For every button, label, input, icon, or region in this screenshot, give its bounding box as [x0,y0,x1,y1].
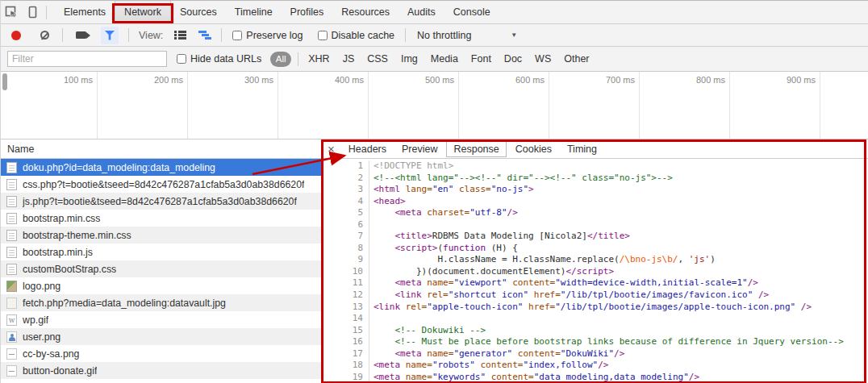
code-token: > [528,184,534,194]
filter-type-ws[interactable]: WS [535,53,551,65]
request-row[interactable]: doku.php?id=data_modeling:data_modeling [1,159,322,176]
code-token: <!DOCTYPE html> [373,160,453,171]
request-row[interactable]: css.php?t=bootie&tseed=8d42c476287a1cfab… [1,176,322,193]
detail-tab-cookies[interactable]: Cookies [509,142,558,156]
code-token: name= [400,372,432,382]
ruler-tick-label: 500 ms [398,75,454,85]
hide-data-urls-label: Hide data URLs [190,53,261,65]
request-row[interactable]: customBootStrap.css [1,260,322,277]
tab-timeline[interactable]: Timeline [226,1,282,23]
code-token: charset= [422,207,470,218]
throttling-dropdown[interactable]: No throttling ▼ [417,30,520,41]
request-row[interactable]: bootstrap.min.css [1,210,322,227]
request-row[interactable]: wp.gif [1,311,322,328]
code-token: rel= [400,302,427,312]
request-row[interactable]: bootstrap-theme.min.css [1,227,322,244]
disable-cache-input[interactable] [318,31,328,40]
device-toolbar-icon[interactable] [22,2,43,23]
waterfall-view-icon[interactable] [198,31,211,40]
list-view-icon[interactable] [174,31,186,40]
filter-input[interactable] [7,51,167,67]
line-number: 15 [323,325,363,337]
request-row[interactable]: js.php?t=bootie&tseed=8d42c476287a1cfab5… [1,193,322,210]
line-number: 13 [323,302,363,314]
filter-toggle-button[interactable] [101,27,119,44]
tab-sources[interactable]: Sources [171,1,226,23]
line-number: 17 [323,348,363,360]
filter-type-js[interactable]: JS [343,53,355,65]
code-token: lang= [400,184,432,194]
line-number: 2 [323,173,363,185]
img-logo-icon [6,281,17,292]
request-row[interactable]: bootstrap.min.js [1,244,322,260]
code-token: , [678,254,689,264]
response-source-code[interactable]: <!DOCTYPE html><!--<html lang="--><!--" … [369,160,868,383]
request-row[interactable]: cc-by-sa.png [1,345,322,362]
request-row[interactable]: user.png [1,328,322,345]
code-line: <link rel="apple-touch-icon" href="/lib/… [373,302,868,314]
detail-tab-preview[interactable]: Preview [395,142,444,156]
hide-data-urls-input[interactable] [177,54,186,64]
name-column-header[interactable]: Name [1,139,322,159]
filter-all-button[interactable]: All [270,52,291,67]
code-token: H.className = H.className.replace( [373,254,620,264]
detail-tab-headers[interactable]: Headers [342,142,393,156]
preserve-log-input[interactable] [232,31,242,40]
tab-profiles[interactable]: Profiles [282,1,333,23]
code-token: "shortcut icon" [449,289,528,300]
tab-elements[interactable]: Elements [55,1,115,23]
inspect-element-icon[interactable] [1,2,22,23]
request-name: fetch.php?media=data_modeling:datavault.… [23,298,226,309]
request-row[interactable]: button-donate.gif [1,362,322,379]
response-viewer: 1234567891011121314151617181920 <!DOCTYP… [323,159,868,383]
close-icon[interactable]: × [328,143,335,155]
code-token: <!-- Must be place before bootstrap link… [395,336,844,347]
code-line: })(document.documentElement)</script> [373,266,868,278]
filter-type-font[interactable]: Font [471,53,491,65]
request-name: bootstrap-theme.min.css [23,230,131,241]
tab-resources[interactable]: Resources [332,1,399,23]
request-name: js.php?t=bootie&tseed=8d42c476287a1cfab5… [23,196,297,207]
hide-data-urls-checkbox[interactable]: Hide data URLs [177,53,261,65]
code-token: "generator" [453,348,512,359]
filter-type-media[interactable]: Media [431,53,458,65]
code-token: <meta [395,348,422,359]
filter-type-img[interactable]: Img [401,53,418,65]
line-number: 9 [323,254,363,266]
filter-type-doc[interactable]: Doc [504,53,522,65]
tab-console[interactable]: Console [444,1,499,23]
code-token: "index,follow" [523,360,598,370]
filter-type-other[interactable]: Other [564,53,589,65]
timeline-overview[interactable]: 100 ms200 ms300 ms400 ms500 ms600 ms700 … [1,72,868,139]
code-token: <!--<html lang="--><!--" dir="--><!--" c… [373,173,673,183]
doc-icon [6,247,17,258]
tab-network[interactable]: Network [115,1,171,23]
doc-icon [6,264,17,275]
disable-cache-checkbox[interactable]: Disable cache [318,30,395,41]
request-name: wp.gif [23,314,48,326]
request-row[interactable]: logo.png [1,277,322,294]
preserve-log-checkbox[interactable]: Preserve log [232,30,303,41]
screencast-icon[interactable] [76,31,86,39]
record-icon[interactable] [11,31,21,40]
tab-audits[interactable]: Audits [399,1,444,23]
line-number-gutter: 1234567891011121314151617181920 [323,160,369,383]
request-name: user.png [23,331,61,343]
ruler-tick-label: 400 ms [307,75,364,85]
request-list-pane: Name doku.php?id=data_modeling:data_mode… [1,139,322,383]
code-token: class= [453,184,490,194]
dash-icon [6,348,17,360]
ruler-gridline [549,72,549,139]
detail-tab-timing[interactable]: Timing [561,142,603,156]
code-line: <head> [373,196,868,208]
detail-tab-response[interactable]: Response [446,141,506,157]
filter-type-css[interactable]: CSS [367,53,388,65]
request-row[interactable]: fetch.php?media=data_modeling:datavault.… [1,294,322,311]
code-token: /> [598,360,608,370]
overview-scrollbar-thumb[interactable] [2,73,7,90]
devtools-window: ElementsNetworkSourcesTimelineProfilesRe… [0,0,868,383]
view-label: View: [139,30,163,41]
filter-type-xhr[interactable]: XHR [308,53,329,65]
clear-icon[interactable] [40,31,49,40]
code-token [373,277,395,288]
